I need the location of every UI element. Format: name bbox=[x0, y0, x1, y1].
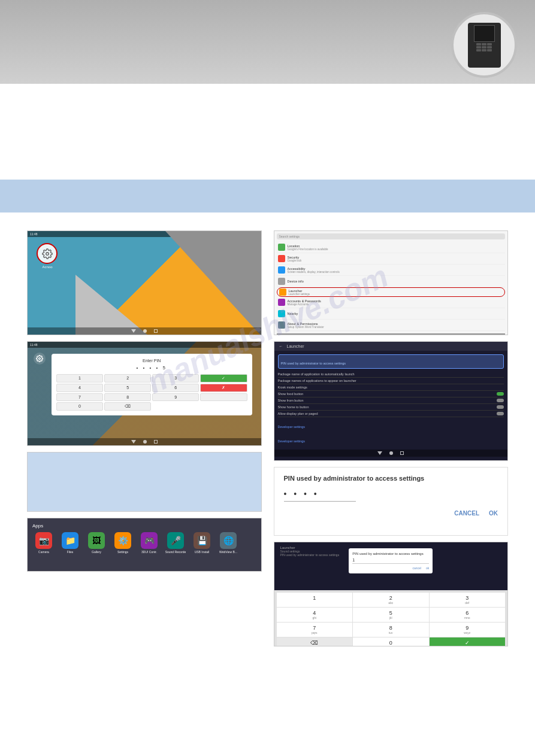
deviceinfo-icon bbox=[278, 278, 285, 285]
settings-item-accessibility: Accessibility Screen readers, display, i… bbox=[277, 265, 506, 276]
accounts-sub: Manage Accounts bbox=[288, 303, 321, 306]
left-column: 11:48 Acnoo 11:4 bbox=[27, 230, 262, 646]
ss1-nav-bar bbox=[28, 327, 261, 335]
camera-label: Camera bbox=[38, 550, 49, 554]
ss1-triangle2 bbox=[75, 275, 147, 335]
ss6-dialog-actions: cancel ok bbox=[352, 566, 429, 570]
pin-key-backspace[interactable]: ⌫ bbox=[104, 402, 151, 411]
device-key bbox=[476, 43, 481, 45]
device-image bbox=[451, 12, 517, 78]
ss4-title: Launcher bbox=[287, 344, 304, 348]
ss3-status-bar: 11:48 bbox=[28, 342, 261, 348]
settings-item-accounts: Accounts & Passwords Manage Accounts bbox=[277, 297, 506, 308]
files-icon[interactable]: 📁 bbox=[62, 532, 78, 549]
accounts-icon bbox=[278, 299, 285, 306]
ss4-home-toggle[interactable] bbox=[497, 399, 504, 402]
ss4-display-toggle[interactable] bbox=[497, 412, 504, 415]
ss3-nav-home bbox=[143, 440, 147, 444]
pin-key-2[interactable]: 2 bbox=[104, 374, 151, 382]
app-3dui: 🎮 3DUI Contr. bbox=[138, 532, 161, 554]
nav-recent-icon bbox=[154, 329, 158, 333]
ss2-nav-bar bbox=[277, 333, 506, 335]
numpad-key-ok[interactable]: ✓ bbox=[430, 637, 506, 646]
pin-key-check[interactable]: ✓ bbox=[200, 374, 247, 382]
pin-key-3[interactable]: 3 bbox=[152, 374, 199, 382]
nav-home-icon bbox=[143, 329, 147, 333]
pin-ok-button[interactable]: OK bbox=[489, 510, 498, 517]
screenshot-settings-list: Search settings Location Google's Fine l… bbox=[274, 230, 509, 335]
ss4-pin-highlight[interactable]: PIN used by administrator to access sett… bbox=[278, 354, 504, 369]
ss4-header: ← Launcher bbox=[274, 342, 508, 351]
app-sound-recorder: 🎤 Sound Recorde bbox=[164, 532, 187, 554]
section-bar bbox=[0, 180, 535, 212]
ss2-search-bar[interactable]: Search settings bbox=[277, 233, 506, 239]
security-sub: Google lock bbox=[288, 259, 302, 262]
numpad-key-del[interactable]: ⌫ bbox=[277, 637, 353, 646]
webview-icon[interactable]: 🌐 bbox=[220, 532, 237, 549]
ss4-item-kiosk: Kiosk mode settings bbox=[278, 384, 504, 391]
security-icon bbox=[278, 255, 285, 262]
screenshot-pin-numpad: Launcher Sound settings PIN used by admi… bbox=[274, 542, 509, 646]
settings-item-launcher[interactable]: Launcher Launcher settings bbox=[277, 287, 506, 297]
launcher-sub: Launcher settings bbox=[289, 293, 310, 296]
screenshot-homescreen: 11:48 Acnoo bbox=[27, 230, 262, 335]
device-screen bbox=[474, 25, 495, 42]
nearby-icon bbox=[278, 310, 285, 317]
ss4-kiosk-label: Kiosk mode settings bbox=[278, 385, 307, 389]
numpad-key-1[interactable]: 1 bbox=[277, 593, 353, 607]
device-key bbox=[487, 49, 492, 51]
pin-key-0[interactable]: 0 bbox=[56, 402, 103, 411]
pin-key-5[interactable]: 5 bbox=[104, 384, 151, 392]
gallery-icon[interactable]: 🖼 bbox=[88, 532, 105, 549]
top-bar bbox=[0, 0, 535, 84]
ss6-cancel-btn[interactable]: cancel bbox=[413, 566, 421, 570]
3dui-icon[interactable]: 🎮 bbox=[141, 532, 158, 549]
usb-installer-icon[interactable]: 💾 bbox=[194, 532, 210, 549]
settings-item-nearby: Nearby bbox=[277, 308, 506, 320]
camera-icon[interactable]: 📷 bbox=[35, 532, 52, 549]
numpad-key-7[interactable]: 7pqrs bbox=[277, 623, 353, 637]
ss4-developer-settings2[interactable]: Developer settings bbox=[278, 433, 504, 446]
screenshot-pin-dialog-large: PIN used by administrator to access sett… bbox=[274, 467, 509, 536]
accessibility-sub: Screen readers, display, interaction con… bbox=[288, 271, 340, 274]
numpad-key-4[interactable]: 4ghi bbox=[277, 608, 353, 622]
pin-key-1[interactable]: 1 bbox=[56, 374, 103, 382]
ss4-packages-label: Package names of applications to appear … bbox=[278, 379, 356, 382]
device-key bbox=[482, 46, 486, 48]
settings-item-deviceinfo: Device info bbox=[277, 276, 506, 287]
numpad-key-5[interactable]: 5jkl bbox=[353, 608, 429, 622]
settings-app-icon[interactable]: ⚙️ bbox=[114, 532, 131, 549]
ss5-actions: CANCEL OK bbox=[284, 510, 498, 517]
pin-key-del[interactable]: ✗ bbox=[200, 384, 247, 392]
main-content: 11:48 Acnoo 11:4 bbox=[0, 218, 535, 658]
about-sub: Setup System Word Translator bbox=[288, 326, 324, 329]
numpad-key-9[interactable]: 9wxyz bbox=[430, 623, 506, 637]
numpad-key-0[interactable]: 0 bbox=[353, 637, 429, 646]
ss6-dialog-input[interactable]: 1 bbox=[352, 558, 429, 564]
settings-item-location: Location Google's Fine location is avail… bbox=[277, 242, 506, 253]
ss4-home-label: Show from button bbox=[278, 399, 304, 402]
screenshot-enter-pin: 11:48 Enter PIN • • • • 5 1 2 3 ✓ 4 5 bbox=[27, 341, 262, 446]
sound-recorder-icon[interactable]: 🎤 bbox=[167, 532, 184, 549]
numpad-key-8[interactable]: 8tuv bbox=[353, 623, 429, 637]
ss3-keypad: 1 2 3 ✓ 4 5 6 ✗ 7 8 9 0 ⌫ bbox=[56, 374, 247, 411]
numpad-key-3[interactable]: 3def bbox=[430, 593, 506, 607]
pin-key-8[interactable]: 8 bbox=[104, 393, 151, 401]
ss6-ok-btn[interactable]: ok bbox=[426, 566, 429, 570]
ss4-home2-toggle[interactable] bbox=[497, 405, 504, 409]
ss6-numpad: 1 2abc 3def 4ghi 5jkl 6mno 7pqrs 8tuv 9w… bbox=[274, 590, 508, 646]
deviceinfo-label: Device info bbox=[288, 280, 304, 283]
ss4-food-toggle[interactable] bbox=[497, 392, 504, 396]
pin-key-9[interactable]: 9 bbox=[152, 393, 199, 401]
location-icon bbox=[278, 244, 285, 251]
numpad-key-2[interactable]: 2abc bbox=[353, 593, 429, 607]
pin-key-6[interactable]: 6 bbox=[152, 384, 199, 392]
device-body bbox=[468, 23, 501, 68]
device-key bbox=[476, 49, 481, 51]
pin-key-7[interactable]: 7 bbox=[56, 393, 103, 401]
ss4-developer-settings[interactable]: Developer settings bbox=[278, 417, 504, 433]
numpad-key-6[interactable]: 6mno bbox=[430, 608, 506, 622]
pin-cancel-button[interactable]: CANCEL bbox=[454, 510, 479, 517]
pin-key-4[interactable]: 4 bbox=[56, 384, 103, 392]
settings-app-label: Settings bbox=[117, 550, 128, 554]
